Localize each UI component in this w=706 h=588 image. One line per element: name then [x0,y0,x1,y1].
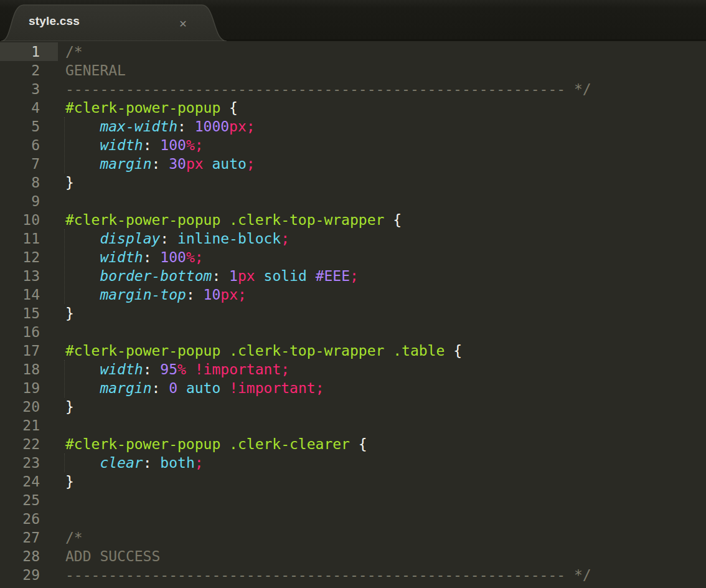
line-number: 18 [0,360,58,379]
code-token: ; [316,380,324,396]
code-line[interactable]: 20} [0,397,706,416]
code-token: ; [350,268,359,284]
code-token: #clerk-power-popup .clerk-clearer [65,436,350,452]
code-token [65,118,100,135]
tab-title: style.css [29,14,80,28]
code-line[interactable]: 1/* [0,42,706,61]
line-number: 29 [0,566,58,584]
code-token: % [186,249,195,265]
code-line[interactable]: 17#clerk-power-popup .clerk-top-wrapper … [0,341,706,360]
code-line[interactable]: 25 [0,491,706,510]
code-editor[interactable]: 1/*2GENERAL3----------------------------… [0,41,706,588]
line-code: width: 100%; [58,248,706,267]
code-token: width [100,137,143,153]
code-line[interactable]: 2GENERAL [0,61,706,80]
tab-close-icon[interactable]: ✕ [177,18,189,31]
code-token: max-width [100,118,177,135]
code-line[interactable]: 23 clear: both; [0,453,706,472]
code-line[interactable]: 12 width: 100%; [0,248,706,267]
code-token: 1 [229,268,238,284]
code-line[interactable]: 7 margin: 30px auto; [0,154,706,173]
code-line[interactable]: 24} [0,472,706,491]
code-token: display [100,230,160,247]
code-line[interactable]: 22#clerk-power-popup .clerk-clearer { [0,435,706,453]
code-token: GENERAL [65,62,126,78]
code-token: } [65,305,74,321]
code-token: 0 [169,380,177,396]
line-number: 26 [0,510,58,528]
line-number: 16 [0,323,58,341]
code-line[interactable]: 15} [0,304,706,323]
line-code: #clerk-power-popup .clerk-top-wrapper { [58,211,706,229]
code-line[interactable]: 13 border-bottom: 1px solid #EEE; [0,267,706,285]
line-code: } [58,173,706,192]
line-code: ----------------------------------------… [58,566,706,584]
code-token [65,361,100,377]
code-token: #clerk-power-popup .clerk-top-wrapper [65,212,384,228]
tab-style-css[interactable]: style.css ✕ [0,0,237,41]
line-number: 4 [0,98,58,117]
code-line[interactable]: 14 margin-top: 10px; [0,285,706,304]
code-line[interactable]: 16 [0,323,706,341]
line-code: margin-top: 10px; [58,285,706,304]
code-token [65,249,100,265]
code-token: 1000 [195,118,229,135]
code-token: auto [212,156,246,172]
line-code: width: 95% !important; [58,360,706,379]
code-token: ; [238,287,247,303]
code-line[interactable]: 5 max-width: 1000px; [0,117,706,136]
code-token: border-bottom [100,268,212,284]
line-number: 19 [0,379,58,397]
code-token [65,380,100,396]
code-line[interactable]: 28ADD SUCCESS [0,547,706,566]
code-token: } [65,473,74,490]
code-token: ADD SUCCESS [65,548,160,564]
line-number: 28 [0,547,58,566]
line-number: 23 [0,453,58,472]
code-lines: 1/*2GENERAL3----------------------------… [0,42,706,584]
code-token [65,137,100,153]
code-line[interactable]: 27/* [0,528,706,547]
code-line[interactable]: 26 [0,510,706,528]
line-number: 5 [0,117,58,136]
line-code: border-bottom: 1px solid #EEE; [58,267,706,285]
code-token [177,380,186,396]
line-code: } [58,304,706,323]
line-code: ----------------------------------------… [58,80,706,98]
line-number: 20 [0,397,58,416]
line-number: 10 [0,211,58,229]
code-token: : [143,361,161,377]
tab-bar: style.css ✕ [0,0,706,41]
code-line[interactable]: 3---------------------------------------… [0,80,706,98]
code-token: : [143,249,161,265]
line-number: 1 [0,42,58,61]
code-line[interactable]: 18 width: 95% !important; [0,360,706,379]
line-code: } [58,472,706,491]
code-line[interactable]: 4#clerk-power-popup { [0,98,706,117]
code-token: : [177,118,195,135]
code-token: !important [195,361,281,377]
code-token [65,156,100,172]
code-line[interactable]: 10#clerk-power-popup .clerk-top-wrapper … [0,211,706,229]
line-number: 17 [0,341,58,360]
code-line[interactable]: 11 display: inline-block; [0,229,706,248]
code-line[interactable]: 6 width: 100%; [0,136,706,154]
code-token: ----------------------------------------… [65,81,591,97]
line-code [58,416,706,435]
line-code: } [58,397,706,416]
code-token: ; [247,156,255,172]
code-token: width [100,249,143,265]
code-token [307,268,316,284]
code-token: { [384,212,402,228]
code-token: px [186,156,204,172]
line-code [58,323,706,341]
code-line[interactable]: 21 [0,416,706,435]
code-line[interactable]: 9 [0,192,706,211]
code-line[interactable]: 19 margin: 0 auto !important; [0,379,706,397]
code-token: #EEE [316,268,350,284]
code-token: % [177,361,186,377]
code-token: 10 [204,287,221,303]
code-token: : [143,137,161,153]
code-line[interactable]: 29--------------------------------------… [0,566,706,584]
code-line[interactable]: 8} [0,173,706,192]
